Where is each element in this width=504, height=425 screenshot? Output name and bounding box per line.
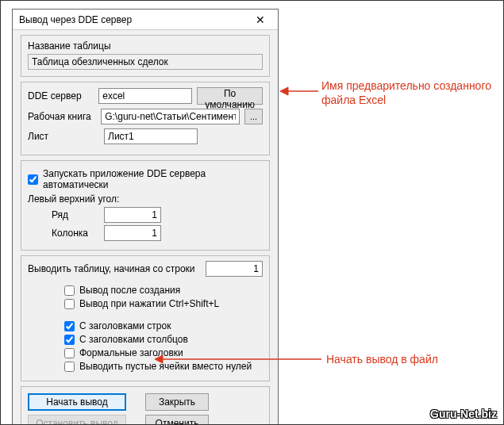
watermark: Guru-Net.biz [430, 408, 497, 420]
opt-after-create-label: Вывод после создания [79, 285, 180, 296]
workbook-label: Рабочая книга [28, 111, 96, 122]
browse-button[interactable]: ... [244, 109, 263, 124]
arrow-icon [280, 86, 318, 97]
sheet-input[interactable] [104, 128, 198, 144]
window-title: Вывод через DDE сервер [19, 14, 132, 25]
corner-title: Левый верхний угол: [28, 193, 263, 205]
annotation-workbook-line2: файла Excel [321, 93, 491, 107]
start-output-button[interactable]: Начать вывод [28, 393, 126, 411]
opt-col-headers-checkbox[interactable] [64, 335, 75, 345]
sheet-label: Лист [28, 131, 99, 142]
opt-row-headers-checkbox[interactable] [64, 321, 75, 331]
arrow-icon [155, 354, 321, 365]
button-area: Начать вывод Остановить вывод Вывести се… [21, 386, 270, 425]
workbook-input[interactable] [101, 109, 240, 124]
autostart-group: Запускать приложение DDE сервера автомат… [21, 160, 270, 251]
opt-row-headers-label: С заголовками строк [79, 320, 171, 331]
autostart-checkbox[interactable] [28, 174, 38, 185]
opt-after-create-checkbox[interactable] [64, 285, 75, 296]
annotation-start: Начать вывод в файл [326, 352, 438, 366]
autostart-label: Запускать приложение DDE сервера автомат… [43, 168, 263, 190]
opt-hotkey-label: Вывод при нажатии Ctrl+Shift+L [79, 298, 219, 309]
button-col-right: Закрыть Отменить Справка [145, 393, 209, 425]
svg-marker-3 [155, 355, 163, 363]
cancel-button[interactable]: Отменить [145, 415, 209, 425]
stop-output-button: Остановить вывод [28, 415, 126, 425]
dde-server-input[interactable] [98, 88, 192, 104]
corner-col-input[interactable] [104, 225, 161, 241]
table-name-group: Название таблицы Таблица обезличенных сд… [21, 35, 270, 77]
svg-marker-1 [280, 87, 288, 95]
corner-col-label: Колонка [52, 228, 99, 239]
close-icon[interactable]: ✕ [246, 11, 275, 29]
corner-row-label: Ряд [52, 209, 99, 220]
opt-formal-headers-checkbox[interactable] [64, 348, 75, 358]
server-group: DDE сервер По умолчанию Рабочая книга ..… [21, 82, 270, 155]
titlebar: Вывод через DDE сервер ✕ [13, 10, 278, 30]
start-row-input[interactable] [206, 261, 263, 277]
corner-row-input[interactable] [104, 207, 161, 223]
dde-server-label: DDE сервер [28, 90, 94, 101]
default-button[interactable]: По умолчанию [197, 87, 263, 105]
annotation-workbook: Имя предварительно созданного файла Exce… [321, 78, 491, 107]
opt-empty-cells-checkbox[interactable] [64, 362, 75, 372]
opt-col-headers-label: С заголовками столбцов [79, 334, 188, 345]
start-row-label: Выводить таблицу, начиная со строки [28, 263, 195, 274]
dialog-content: Название таблицы Таблица обезличенных сд… [13, 30, 278, 425]
table-name-label: Название таблицы [28, 40, 263, 52]
table-name-value: Таблица обезличенных сделок [28, 54, 263, 70]
close-button[interactable]: Закрыть [145, 393, 209, 411]
button-col-left: Начать вывод Остановить вывод Вывести се… [28, 393, 126, 425]
opt-hotkey-checkbox[interactable] [64, 299, 75, 309]
annotation-workbook-line1: Имя предварительно созданного [321, 78, 491, 93]
